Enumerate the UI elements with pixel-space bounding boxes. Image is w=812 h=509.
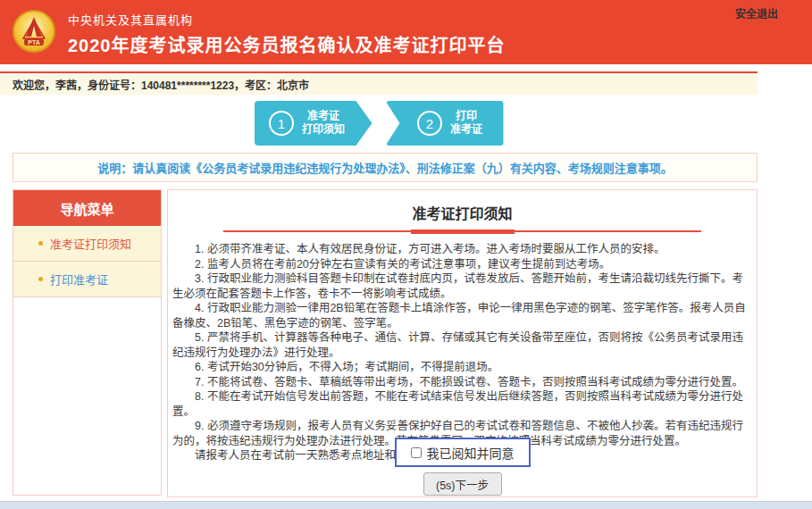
notice-paragraph: 1. 必须带齐准考证、本人有效居民身份证，方可进入考场。进入考场时要服从工作人员… [172, 242, 752, 257]
notice-paragraph: 6. 考试开始30分钟后，不得入场；考试期间，不得提前退场。 [172, 360, 752, 375]
welcome-greeting: 欢迎您，李茜，身份证号：140481********1223，考区：北京市 [0, 77, 309, 92]
page-title: 2020年度考试录用公务员报名确认及准考证打印平台 [68, 31, 506, 57]
page: PTA 中央机关及其直属机构 2020年度考试录用公务员报名确认及准考证打印平台… [0, 0, 812, 509]
notice-paragraphs: 1. 必须带齐准考证、本人有效居民身份证，方可进入考场。进入考场时要服从工作人员… [168, 242, 757, 463]
step-1-number: 1 [269, 111, 294, 136]
step-1-label: 准考证 打印须知 [302, 110, 345, 137]
bullet-icon [38, 277, 43, 281]
step-indicator: 1 准考证 打印须知 2 打印 准考证 [0, 101, 758, 146]
header-org: 中央机关及其直属机构 [68, 11, 506, 28]
step-2-label-line2: 准考证 [450, 123, 482, 136]
svg-text:PTA: PTA [28, 39, 39, 46]
main-content: 准考证打印须知 1. 必须带齐准考证、本人有效居民身份证，方可进入考场。进入考场… [167, 189, 758, 497]
sidebar-item-label: 准考证打印须知 [50, 235, 131, 252]
step-2-label-line1: 打印 [456, 110, 477, 122]
footer-strip [0, 501, 812, 509]
sidebar-title: 导航菜单 [13, 190, 161, 226]
step-1-label-line1: 准考证 [307, 110, 339, 122]
logout-link[interactable]: 安全退出 [735, 5, 778, 21]
step-2-label: 打印 准考证 [450, 110, 482, 137]
agree-box[interactable]: 我已阅知并同意 [395, 438, 531, 467]
sidebar-item-label: 打印准考证 [50, 271, 108, 288]
header-text: 中央机关及其直属机构 2020年度考试录用公务员报名确认及准考证打印平台 [68, 11, 506, 57]
welcome-bar: 欢迎您，李茜，身份证号：140481********1223，考区：北京市 [0, 71, 758, 95]
content-title: 准考证打印须知 [168, 202, 757, 223]
pta-logo-icon: PTA [13, 10, 55, 53]
step-1-label-line2: 打印须知 [302, 123, 345, 136]
step-1-print-notice: 1 准考证 打印须知 [255, 101, 373, 146]
notice-paragraph: 5. 严禁将手机、计算器等各种电子、通信、计算、存储或其它有关设备带至座位，否则… [172, 330, 752, 360]
sidebar-item-print-notice[interactable]: 准考证打印须知 [13, 226, 161, 262]
bullet-icon [38, 241, 43, 246]
notice-paragraph: 3. 行政职业能力测验科目答题卡印制在试卷封底内页，试卷发放后、答题开始前，考生… [172, 271, 752, 301]
notice-paragraph: 7. 不能将试卷、答题卡、草稿纸等带出考场，不能损毁试卷、答题卡，否则按照当科考… [172, 375, 752, 390]
agree-label[interactable]: 我已阅知并同意 [427, 444, 515, 462]
notice-paragraph: 8. 不能在考试开始信号发出前答题，不能在考试结束信号发出后继续答题，否则按照当… [172, 389, 752, 419]
title-underline [223, 230, 701, 232]
sidebar-item-print-ticket[interactable]: 打印准考证 [13, 262, 161, 297]
next-step-button[interactable]: (5s)下一步 [423, 472, 502, 496]
sidebar-nav: 导航菜单 准考证打印须知 打印准考证 [13, 189, 162, 496]
notice-paragraph: 2. 监考人员将在考前20分钟左右宣读有关的考试注意事项，建议考生提前到达考场。 [172, 257, 752, 272]
agree-checkbox[interactable] [411, 447, 422, 458]
step-2-number: 2 [417, 111, 442, 136]
step-2-print-ticket: 2 打印 准考证 [386, 101, 504, 146]
reading-notice: 说明：请认真阅读《公务员考试录用违纪违规行为处理办法》、刑法修正案（九）有关内容… [13, 153, 758, 182]
app-header: PTA 中央机关及其直属机构 2020年度考试录用公务员报名确认及准考证打印平台 [0, 0, 812, 64]
notice-paragraph: 4. 行政职业能力测验一律用2B铅笔在答题卡上填涂作答，申论一律用黑色字迹的钢笔… [172, 301, 752, 330]
